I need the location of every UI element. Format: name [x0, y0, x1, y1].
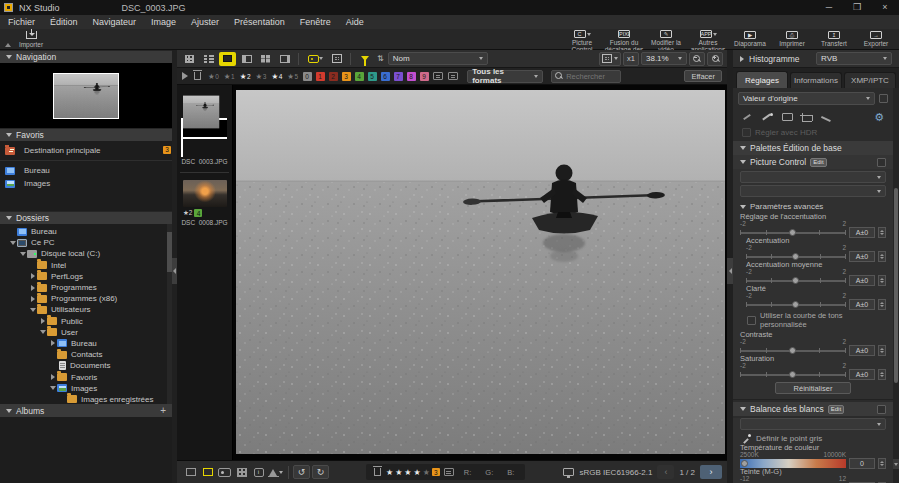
star-filter-3[interactable]: ★3: [256, 72, 267, 81]
slider-track[interactable]: [746, 300, 846, 309]
expander-icon[interactable]: [38, 330, 47, 334]
trash-icon[interactable]: [194, 72, 201, 80]
tree-item-images[interactable]: Images: [0, 383, 172, 394]
show-grid-button[interactable]: [182, 465, 199, 479]
star-rating-3[interactable]: ★: [404, 468, 411, 477]
expander-icon[interactable]: [48, 374, 57, 380]
color-label-badge[interactable]: 3: [432, 468, 440, 476]
star-rating-1[interactable]: ★: [386, 468, 393, 477]
tab-xmp-iptc[interactable]: XMP/IPTC: [844, 72, 896, 88]
favorite-destination[interactable]: Destination principale: [0, 144, 172, 157]
slider-thumb[interactable]: [789, 229, 796, 236]
tree-item-disque-c[interactable]: Disque local (C:): [0, 248, 172, 259]
picture-control-dropdown[interactable]: [740, 171, 886, 183]
thumbnail-image[interactable]: [183, 180, 227, 207]
raw-jpeg-pair-icon[interactable]: [433, 72, 443, 80]
histogram-channel-dropdown[interactable]: RVB: [816, 52, 892, 65]
control-point-icon[interactable]: [782, 113, 793, 121]
search-input[interactable]: [566, 72, 616, 81]
next-image-button[interactable]: ›: [700, 465, 722, 479]
menu-edition[interactable]: Édition: [50, 17, 78, 27]
compare-button[interactable]: [304, 52, 326, 66]
label-filter-5[interactable]: 5: [368, 72, 377, 81]
tree-item-images-enregistrees[interactable]: Images enregistrées: [0, 394, 172, 404]
slider-thumb[interactable]: [789, 347, 796, 354]
slider-thumb[interactable]: [741, 460, 748, 467]
picture-control-header[interactable]: Picture Control Edit: [733, 155, 893, 169]
view-with-panel-button[interactable]: [276, 52, 293, 66]
collapse-panel-icon[interactable]: [5, 43, 11, 47]
tree-item-intel[interactable]: Intel: [0, 260, 172, 271]
gray-point-option[interactable]: Définir le point gris: [742, 434, 884, 443]
menu-image[interactable]: Image: [151, 17, 176, 27]
rotate-left-button[interactable]: ↺: [293, 465, 310, 479]
expander-icon[interactable]: [18, 252, 27, 256]
slider-thumb[interactable]: [792, 277, 799, 284]
favorites-header[interactable]: Favoris: [0, 128, 172, 141]
tree-item-utilisateurs[interactable]: Utilisateurs: [0, 304, 172, 315]
navigation-header[interactable]: Navigation: [0, 50, 172, 63]
label-filter-8[interactable]: 8: [407, 72, 416, 81]
tree-item-contacts[interactable]: Contacts: [0, 349, 172, 360]
palettes-header[interactable]: Palettes Édition de base: [733, 141, 893, 155]
print-button[interactable]: ⎙ Imprimer: [771, 29, 813, 50]
star-rating-4[interactable]: ★: [414, 468, 421, 477]
filmstrip-item[interactable]: ★2 4 DSC_0008.JPG: [181, 180, 228, 226]
info-overlay-button[interactable]: i: [250, 465, 267, 479]
retouch-brush-icon[interactable]: [762, 112, 773, 122]
hdr-checkbox[interactable]: [742, 128, 751, 137]
tab-reglages[interactable]: Réglages: [736, 71, 788, 88]
straighten-icon[interactable]: [821, 112, 832, 122]
menu-navigateur[interactable]: Navigateur: [93, 17, 137, 27]
expander-icon[interactable]: [28, 308, 37, 312]
scrollbar-thumb[interactable]: [894, 188, 898, 383]
fit-to-screen-button[interactable]: [599, 52, 621, 66]
white-balance-checkbox[interactable]: [877, 405, 886, 414]
label-filter-7[interactable]: 7: [394, 72, 403, 81]
format-filter-dropdown[interactable]: Tous les formats: [467, 70, 543, 83]
label-filter-3[interactable]: 3: [342, 72, 351, 81]
search-box[interactable]: [551, 70, 621, 83]
star-filter-0[interactable]: ★0: [208, 72, 219, 81]
close-button[interactable]: ×: [871, 0, 899, 15]
play-icon[interactable]: [182, 72, 188, 80]
zoom-level-dropdown[interactable]: 38.1%: [641, 52, 687, 65]
photo[interactable]: [236, 90, 725, 454]
image-filmstrip-view-button[interactable]: [238, 52, 255, 66]
zoom-out-button[interactable]: [689, 52, 705, 66]
slider-value[interactable]: A±0: [849, 369, 875, 380]
label-filter-4[interactable]: 4: [355, 72, 364, 81]
edit-video-button[interactable]: ✎ Modifier la vidéo: [645, 29, 687, 50]
picture-control-checkbox[interactable]: [877, 158, 886, 167]
tree-item-documents[interactable]: Documents: [0, 360, 172, 371]
star-filter-1[interactable]: ★1: [224, 72, 235, 81]
picture-control-sub-dropdown[interactable]: [740, 185, 886, 197]
expander-icon[interactable]: [28, 296, 37, 302]
clear-filter-button[interactable]: Effacer: [684, 70, 722, 82]
fullscreen-button[interactable]: [328, 52, 345, 66]
slider-thumb[interactable]: [792, 301, 799, 308]
filmstrip-item-selected[interactable]: 3 DSC_0003.JPG: [181, 90, 228, 165]
gear-icon[interactable]: ⚙: [874, 112, 884, 123]
other-apps-button[interactable]: APP Autres applications: [687, 29, 729, 50]
thumbnail-grid-view-button[interactable]: [181, 52, 198, 66]
zoom-100-button[interactable]: x1: [623, 52, 639, 66]
expander-icon[interactable]: [38, 318, 47, 324]
group-pair-icon[interactable]: [448, 72, 458, 80]
folders-header[interactable]: Dossiers: [0, 211, 172, 224]
star-filter-2[interactable]: ★2: [240, 72, 251, 81]
minimize-button[interactable]: ─: [815, 0, 843, 15]
thumbnail-list-view-button[interactable]: [200, 52, 217, 66]
menu-presentation[interactable]: Présentation: [234, 17, 285, 27]
previous-image-button[interactable]: ‹: [657, 465, 674, 479]
advanced-params-header[interactable]: Paramètres avancés: [740, 202, 886, 211]
tree-item-perflogs[interactable]: PerfLogs: [0, 271, 172, 282]
reset-button[interactable]: Réinitialiser: [775, 382, 851, 394]
compare-images-button[interactable]: [199, 465, 216, 479]
star-filter-5[interactable]: ★5: [287, 72, 298, 81]
pixel-shift-button[interactable]: PIXEL Fusion du décalage des pixels: [603, 29, 645, 50]
star-rating-5[interactable]: ★: [423, 468, 430, 477]
tree-item-user[interactable]: User: [0, 327, 172, 338]
focus-point-button[interactable]: [216, 465, 233, 479]
menu-fichier[interactable]: Fichier: [8, 17, 35, 27]
